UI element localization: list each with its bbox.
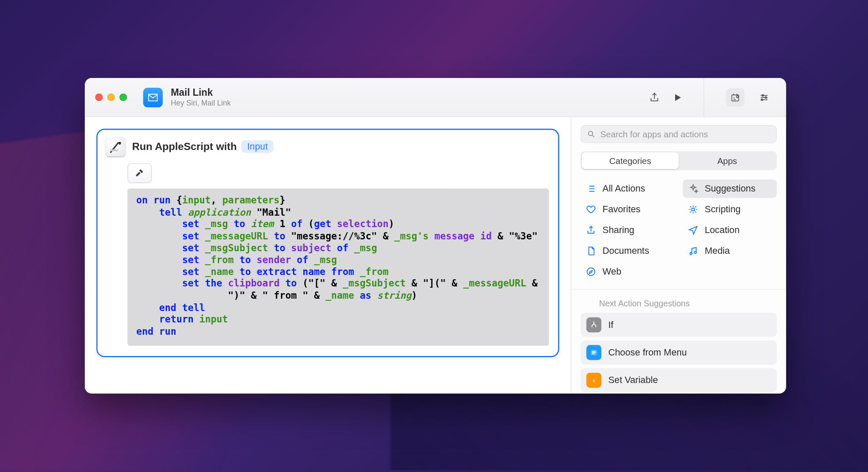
- heart-icon: [586, 204, 596, 215]
- action-title-text: Run AppleScript with: [132, 141, 237, 153]
- menu-icon: [586, 345, 601, 360]
- settings-panel-button[interactable]: [755, 88, 773, 107]
- category-documents[interactable]: Documents: [581, 242, 675, 261]
- sparkle-icon: [688, 183, 698, 194]
- list-icon: [586, 183, 596, 194]
- window-traffic-lights: [95, 94, 127, 101]
- run-button[interactable]: [670, 90, 685, 105]
- segment-categories[interactable]: Categories: [582, 153, 679, 169]
- window-subtitle: Hey Siri, Mail Link: [171, 99, 231, 108]
- branch-icon: [586, 317, 601, 332]
- library-icon: [730, 92, 741, 103]
- music-note-icon: [688, 246, 698, 256]
- applescript-icon: [106, 137, 125, 156]
- workflow-canvas[interactable]: Run AppleScript with Input on run {input…: [85, 117, 571, 393]
- window-title: Mail Link: [171, 87, 231, 99]
- svg-point-3: [765, 96, 767, 98]
- shortcuts-editor-window: Mail Link Hey Siri, Mail Link: [85, 78, 786, 394]
- run-applescript-action[interactable]: Run AppleScript with Input on run {input…: [96, 129, 559, 357]
- share-button[interactable]: [647, 90, 662, 105]
- svg-point-2: [762, 94, 764, 96]
- next-action-suggestions-header: Next Action Suggestions: [571, 290, 786, 313]
- applescript-source[interactable]: on run {input, parameters} tell applicat…: [128, 189, 549, 345]
- search-icon: [587, 130, 595, 138]
- zoom-window-button[interactable]: [120, 94, 127, 101]
- play-icon: [672, 92, 683, 103]
- svg-point-9: [694, 251, 696, 253]
- category-all-actions[interactable]: All Actions: [581, 180, 675, 198]
- category-sharing[interactable]: Sharing: [581, 221, 675, 240]
- search-input[interactable]: [600, 129, 771, 139]
- svg-text:x: x: [592, 378, 595, 383]
- category-suggestions[interactable]: Suggestions: [683, 180, 777, 198]
- svg-point-6: [588, 131, 593, 136]
- compile-script-button[interactable]: [128, 163, 152, 183]
- close-window-button[interactable]: [95, 94, 103, 101]
- library-sidebar: Categories Apps All Actions Suggestions …: [571, 117, 786, 393]
- hammer-icon: [134, 168, 145, 178]
- category-grid: All Actions Suggestions Favorites Script…: [571, 178, 786, 290]
- svg-rect-7: [692, 208, 694, 211]
- segment-apps[interactable]: Apps: [679, 153, 776, 169]
- scripting-icon: [688, 204, 698, 215]
- share-up-icon: [586, 225, 596, 236]
- mail-icon: [147, 92, 159, 103]
- window-titlebar: Mail Link Hey Siri, Mail Link: [85, 78, 786, 117]
- svg-point-10: [587, 268, 595, 275]
- suggestion-if[interactable]: If: [581, 313, 777, 337]
- library-mode-segmented[interactable]: Categories Apps: [581, 151, 777, 170]
- category-web[interactable]: Web: [581, 263, 675, 281]
- suggestion-choose-from-menu[interactable]: Choose from Menu: [581, 340, 777, 364]
- action-input-token[interactable]: Input: [242, 140, 274, 153]
- variable-icon: x: [586, 373, 601, 388]
- svg-point-4: [761, 99, 763, 100]
- library-panel-button[interactable]: [726, 88, 745, 107]
- suggestion-set-variable[interactable]: x Set Variable: [581, 368, 777, 392]
- svg-rect-5: [110, 150, 118, 151]
- svg-point-8: [690, 253, 692, 255]
- category-location[interactable]: Location: [683, 221, 777, 240]
- window-title-block: Mail Link Hey Siri, Mail Link: [171, 87, 231, 108]
- next-action-suggestions-list: If Choose from Menu x Set Variable: [571, 313, 786, 394]
- category-media[interactable]: Media: [683, 242, 777, 261]
- svg-point-1: [737, 95, 738, 97]
- minimize-window-button[interactable]: [107, 94, 115, 101]
- category-scripting[interactable]: Scripting: [683, 200, 777, 219]
- search-field[interactable]: [581, 125, 777, 143]
- sliders-icon: [759, 92, 770, 103]
- titlebar-divider: [704, 78, 704, 117]
- shortcut-app-icon: [143, 87, 163, 107]
- share-icon: [649, 92, 660, 103]
- document-icon: [586, 246, 596, 256]
- compass-icon: [586, 267, 596, 277]
- location-icon: [688, 225, 698, 236]
- category-favorites[interactable]: Favorites: [581, 200, 675, 219]
